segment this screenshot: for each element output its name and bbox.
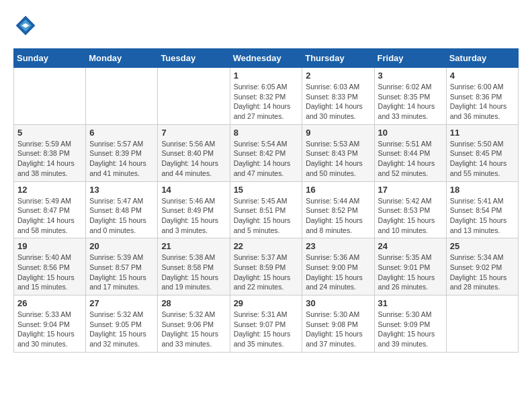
day-number: 9 bbox=[306, 128, 370, 138]
day-number: 12 bbox=[17, 185, 82, 195]
day-number: 5 bbox=[17, 128, 82, 138]
day-cell: 10Sunrise: 5:51 AM Sunset: 8:44 PM Dayli… bbox=[374, 124, 446, 181]
day-info: Sunrise: 5:53 AM Sunset: 8:43 PM Dayligh… bbox=[306, 139, 370, 179]
day-number: 16 bbox=[306, 185, 370, 195]
day-number: 13 bbox=[89, 185, 154, 195]
day-number: 2 bbox=[306, 71, 370, 81]
day-info: Sunrise: 5:51 AM Sunset: 8:44 PM Dayligh… bbox=[378, 139, 443, 179]
day-number: 22 bbox=[234, 241, 299, 251]
day-info: Sunrise: 5:30 AM Sunset: 9:09 PM Dayligh… bbox=[378, 310, 443, 349]
day-number: 27 bbox=[89, 298, 154, 308]
day-cell: 20Sunrise: 5:39 AM Sunset: 8:57 PM Dayli… bbox=[86, 238, 158, 295]
day-number: 23 bbox=[306, 241, 370, 251]
day-info: Sunrise: 5:54 AM Sunset: 8:42 PM Dayligh… bbox=[234, 139, 299, 179]
header-sunday: Sunday bbox=[14, 49, 86, 68]
day-cell: 7Sunrise: 5:56 AM Sunset: 8:40 PM Daylig… bbox=[158, 124, 230, 181]
day-number: 15 bbox=[234, 185, 299, 195]
day-number: 3 bbox=[378, 71, 443, 81]
day-info: Sunrise: 5:40 AM Sunset: 8:56 PM Dayligh… bbox=[17, 253, 82, 292]
day-info: Sunrise: 5:50 AM Sunset: 8:45 PM Dayligh… bbox=[450, 139, 515, 179]
day-number: 11 bbox=[450, 128, 515, 138]
day-info: Sunrise: 5:32 AM Sunset: 9:06 PM Dayligh… bbox=[161, 310, 226, 349]
day-cell: 18Sunrise: 5:41 AM Sunset: 8:54 PM Dayli… bbox=[446, 181, 518, 238]
day-info: Sunrise: 5:57 AM Sunset: 8:39 PM Dayligh… bbox=[89, 139, 154, 179]
day-cell: 22Sunrise: 5:37 AM Sunset: 8:59 PM Dayli… bbox=[230, 238, 302, 295]
day-cell: 9Sunrise: 5:53 AM Sunset: 8:43 PM Daylig… bbox=[302, 124, 374, 181]
day-cell: 15Sunrise: 5:45 AM Sunset: 8:51 PM Dayli… bbox=[230, 181, 302, 238]
logo-icon bbox=[13, 13, 38, 38]
day-cell: 31Sunrise: 5:30 AM Sunset: 9:09 PM Dayli… bbox=[374, 295, 446, 353]
day-cell: 16Sunrise: 5:44 AM Sunset: 8:52 PM Dayli… bbox=[302, 181, 374, 238]
day-cell bbox=[14, 68, 86, 125]
header-monday: Monday bbox=[86, 49, 158, 68]
day-number: 31 bbox=[378, 298, 443, 308]
day-number: 4 bbox=[450, 71, 515, 81]
week-row-2: 5Sunrise: 5:59 AM Sunset: 8:38 PM Daylig… bbox=[14, 124, 519, 181]
day-cell: 24Sunrise: 5:35 AM Sunset: 9:01 PM Dayli… bbox=[374, 238, 446, 295]
day-info: Sunrise: 6:02 AM Sunset: 8:35 PM Dayligh… bbox=[378, 82, 443, 122]
day-cell: 4Sunrise: 6:00 AM Sunset: 8:36 PM Daylig… bbox=[446, 68, 518, 125]
day-number: 26 bbox=[17, 298, 82, 308]
calendar-table: SundayMondayTuesdayWednesdayThursdayFrid… bbox=[13, 48, 519, 353]
day-cell bbox=[158, 68, 230, 125]
day-number: 7 bbox=[161, 128, 226, 138]
day-number: 17 bbox=[378, 185, 443, 195]
day-cell: 23Sunrise: 5:36 AM Sunset: 9:00 PM Dayli… bbox=[302, 238, 374, 295]
day-cell bbox=[86, 68, 158, 125]
day-info: Sunrise: 5:32 AM Sunset: 9:05 PM Dayligh… bbox=[89, 310, 154, 349]
day-info: Sunrise: 5:49 AM Sunset: 8:47 PM Dayligh… bbox=[17, 196, 82, 236]
day-info: Sunrise: 5:41 AM Sunset: 8:54 PM Dayligh… bbox=[450, 196, 515, 236]
day-info: Sunrise: 6:03 AM Sunset: 8:33 PM Dayligh… bbox=[306, 82, 370, 122]
day-cell: 21Sunrise: 5:38 AM Sunset: 8:58 PM Dayli… bbox=[158, 238, 230, 295]
day-cell bbox=[446, 295, 518, 353]
day-cell: 6Sunrise: 5:57 AM Sunset: 8:39 PM Daylig… bbox=[86, 124, 158, 181]
day-cell: 29Sunrise: 5:31 AM Sunset: 9:07 PM Dayli… bbox=[230, 295, 302, 353]
day-cell: 3Sunrise: 6:02 AM Sunset: 8:35 PM Daylig… bbox=[374, 68, 446, 125]
day-cell: 19Sunrise: 5:40 AM Sunset: 8:56 PM Dayli… bbox=[14, 238, 86, 295]
day-info: Sunrise: 5:37 AM Sunset: 8:59 PM Dayligh… bbox=[234, 253, 299, 292]
day-number: 25 bbox=[450, 241, 515, 251]
day-info: Sunrise: 5:46 AM Sunset: 8:49 PM Dayligh… bbox=[161, 196, 226, 236]
day-number: 14 bbox=[161, 185, 226, 195]
day-cell: 25Sunrise: 5:34 AM Sunset: 9:02 PM Dayli… bbox=[446, 238, 518, 295]
day-number: 6 bbox=[89, 128, 154, 138]
day-cell: 17Sunrise: 5:42 AM Sunset: 8:53 PM Dayli… bbox=[374, 181, 446, 238]
day-info: Sunrise: 5:47 AM Sunset: 8:48 PM Dayligh… bbox=[89, 196, 154, 236]
header-saturday: Saturday bbox=[446, 49, 518, 68]
day-info: Sunrise: 5:34 AM Sunset: 9:02 PM Dayligh… bbox=[450, 253, 515, 292]
day-number: 10 bbox=[378, 128, 443, 138]
day-number: 18 bbox=[450, 185, 515, 195]
week-row-1: 1Sunrise: 6:05 AM Sunset: 8:32 PM Daylig… bbox=[14, 68, 519, 125]
week-row-4: 19Sunrise: 5:40 AM Sunset: 8:56 PM Dayli… bbox=[14, 238, 519, 295]
header-row: SundayMondayTuesdayWednesdayThursdayFrid… bbox=[14, 49, 519, 68]
day-cell: 28Sunrise: 5:32 AM Sunset: 9:06 PM Dayli… bbox=[158, 295, 230, 353]
header-thursday: Thursday bbox=[302, 49, 374, 68]
header-friday: Friday bbox=[374, 49, 446, 68]
day-cell: 30Sunrise: 5:30 AM Sunset: 9:08 PM Dayli… bbox=[302, 295, 374, 353]
day-info: Sunrise: 5:30 AM Sunset: 9:08 PM Dayligh… bbox=[306, 310, 370, 349]
day-cell: 27Sunrise: 5:32 AM Sunset: 9:05 PM Dayli… bbox=[86, 295, 158, 353]
page-header bbox=[13, 13, 519, 38]
day-info: Sunrise: 5:39 AM Sunset: 8:57 PM Dayligh… bbox=[89, 253, 154, 292]
day-number: 24 bbox=[378, 241, 443, 251]
day-cell: 8Sunrise: 5:54 AM Sunset: 8:42 PM Daylig… bbox=[230, 124, 302, 181]
day-number: 30 bbox=[306, 298, 370, 308]
day-number: 20 bbox=[89, 241, 154, 251]
day-cell: 1Sunrise: 6:05 AM Sunset: 8:32 PM Daylig… bbox=[230, 68, 302, 125]
day-number: 19 bbox=[17, 241, 82, 251]
day-info: Sunrise: 5:42 AM Sunset: 8:53 PM Dayligh… bbox=[378, 196, 443, 236]
week-row-5: 26Sunrise: 5:33 AM Sunset: 9:04 PM Dayli… bbox=[14, 295, 519, 353]
day-info: Sunrise: 5:59 AM Sunset: 8:38 PM Dayligh… bbox=[17, 139, 82, 179]
logo bbox=[13, 13, 42, 38]
day-number: 21 bbox=[161, 241, 226, 251]
day-number: 29 bbox=[234, 298, 299, 308]
day-info: Sunrise: 5:33 AM Sunset: 9:04 PM Dayligh… bbox=[17, 310, 82, 349]
day-cell: 5Sunrise: 5:59 AM Sunset: 8:38 PM Daylig… bbox=[14, 124, 86, 181]
day-info: Sunrise: 5:36 AM Sunset: 9:00 PM Dayligh… bbox=[306, 253, 370, 292]
day-number: 1 bbox=[234, 71, 299, 81]
day-number: 8 bbox=[234, 128, 299, 138]
day-info: Sunrise: 5:56 AM Sunset: 8:40 PM Dayligh… bbox=[161, 139, 226, 179]
day-info: Sunrise: 5:35 AM Sunset: 9:01 PM Dayligh… bbox=[378, 253, 443, 292]
day-cell: 2Sunrise: 6:03 AM Sunset: 8:33 PM Daylig… bbox=[302, 68, 374, 125]
day-cell: 11Sunrise: 5:50 AM Sunset: 8:45 PM Dayli… bbox=[446, 124, 518, 181]
